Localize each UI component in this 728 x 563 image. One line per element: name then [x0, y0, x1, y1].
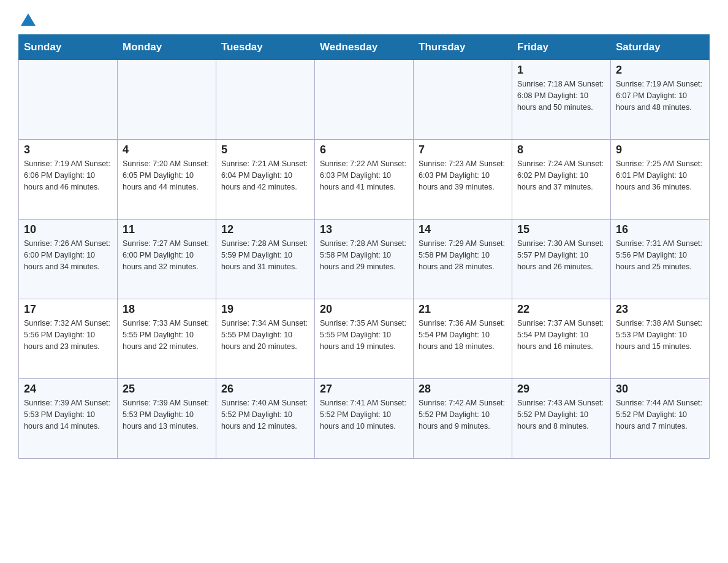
- day-info: Sunrise: 7:18 AM Sunset: 6:08 PM Dayligh…: [517, 79, 605, 113]
- day-info: Sunrise: 7:36 AM Sunset: 5:54 PM Dayligh…: [419, 318, 507, 352]
- calendar-cell: 10Sunrise: 7:26 AM Sunset: 6:00 PM Dayli…: [19, 220, 118, 299]
- day-number: 25: [123, 383, 211, 396]
- calendar-cell: 27Sunrise: 7:41 AM Sunset: 5:52 PM Dayli…: [315, 379, 414, 459]
- day-info: Sunrise: 7:35 AM Sunset: 5:55 PM Dayligh…: [320, 318, 408, 352]
- calendar-cell: 28Sunrise: 7:42 AM Sunset: 5:52 PM Dayli…: [414, 379, 512, 459]
- weekday-header-sunday: Sunday: [19, 35, 118, 60]
- calendar-cell: [216, 60, 315, 140]
- day-number: 24: [24, 383, 112, 396]
- day-number: 28: [419, 383, 507, 396]
- calendar-cell: 14Sunrise: 7:29 AM Sunset: 5:58 PM Dayli…: [414, 220, 512, 299]
- calendar-cell: 24Sunrise: 7:39 AM Sunset: 5:53 PM Dayli…: [19, 379, 118, 459]
- day-number: 15: [517, 223, 605, 236]
- day-info: Sunrise: 7:39 AM Sunset: 5:53 PM Dayligh…: [24, 397, 112, 432]
- day-number: 30: [616, 383, 704, 396]
- calendar-cell: [414, 60, 512, 140]
- day-info: Sunrise: 7:26 AM Sunset: 6:00 PM Dayligh…: [24, 238, 112, 272]
- day-number: 10: [24, 223, 112, 236]
- calendar-week-row: 3Sunrise: 7:19 AM Sunset: 6:06 PM Daylig…: [19, 140, 710, 220]
- day-number: 3: [24, 144, 112, 156]
- calendar-cell: 1Sunrise: 7:18 AM Sunset: 6:08 PM Daylig…: [512, 60, 611, 140]
- calendar-cell: 18Sunrise: 7:33 AM Sunset: 5:55 PM Dayli…: [118, 299, 216, 379]
- day-info: Sunrise: 7:19 AM Sunset: 6:07 PM Dayligh…: [616, 79, 704, 113]
- logo-triangle-icon: [20, 11, 37, 28]
- day-info: Sunrise: 7:39 AM Sunset: 5:53 PM Dayligh…: [123, 397, 211, 432]
- day-info: Sunrise: 7:42 AM Sunset: 5:52 PM Dayligh…: [419, 397, 507, 432]
- day-info: Sunrise: 7:29 AM Sunset: 5:58 PM Dayligh…: [419, 238, 507, 272]
- day-number: 17: [24, 303, 112, 316]
- day-info: Sunrise: 7:22 AM Sunset: 6:03 PM Dayligh…: [320, 158, 408, 193]
- weekday-header-friday: Friday: [512, 35, 611, 60]
- day-number: 6: [320, 144, 408, 156]
- day-info: Sunrise: 7:33 AM Sunset: 5:55 PM Dayligh…: [123, 318, 211, 352]
- day-info: Sunrise: 7:44 AM Sunset: 5:52 PM Dayligh…: [616, 397, 704, 432]
- calendar-cell: 7Sunrise: 7:23 AM Sunset: 6:03 PM Daylig…: [414, 140, 512, 220]
- weekday-header-saturday: Saturday: [611, 35, 710, 60]
- day-number: 5: [221, 144, 309, 156]
- calendar-cell: 16Sunrise: 7:31 AM Sunset: 5:56 PM Dayli…: [611, 220, 710, 299]
- day-info: Sunrise: 7:25 AM Sunset: 6:01 PM Dayligh…: [616, 158, 704, 193]
- day-info: Sunrise: 7:40 AM Sunset: 5:52 PM Dayligh…: [221, 397, 309, 432]
- calendar-cell: 3Sunrise: 7:19 AM Sunset: 6:06 PM Daylig…: [19, 140, 118, 220]
- day-number: 14: [419, 223, 507, 236]
- day-number: 13: [320, 223, 408, 236]
- calendar-cell: 22Sunrise: 7:37 AM Sunset: 5:54 PM Dayli…: [512, 299, 611, 379]
- calendar-cell: 12Sunrise: 7:28 AM Sunset: 5:59 PM Dayli…: [216, 220, 315, 299]
- logo: [18, 12, 37, 28]
- calendar-cell: [118, 60, 216, 140]
- day-info: Sunrise: 7:43 AM Sunset: 5:52 PM Dayligh…: [517, 397, 605, 432]
- calendar-cell: 29Sunrise: 7:43 AM Sunset: 5:52 PM Dayli…: [512, 379, 611, 459]
- calendar-week-row: 17Sunrise: 7:32 AM Sunset: 5:56 PM Dayli…: [19, 299, 710, 379]
- calendar-cell: 23Sunrise: 7:38 AM Sunset: 5:53 PM Dayli…: [611, 299, 710, 379]
- day-number: 2: [616, 64, 704, 77]
- calendar-cell: 21Sunrise: 7:36 AM Sunset: 5:54 PM Dayli…: [414, 299, 512, 379]
- calendar-cell: 19Sunrise: 7:34 AM Sunset: 5:55 PM Dayli…: [216, 299, 315, 379]
- day-number: 23: [616, 303, 704, 316]
- day-number: 27: [320, 383, 408, 396]
- day-number: 1: [517, 64, 605, 77]
- day-info: Sunrise: 7:20 AM Sunset: 6:05 PM Dayligh…: [123, 158, 211, 193]
- calendar-week-row: 1Sunrise: 7:18 AM Sunset: 6:08 PM Daylig…: [19, 60, 710, 140]
- calendar-cell: 2Sunrise: 7:19 AM Sunset: 6:07 PM Daylig…: [611, 60, 710, 140]
- day-info: Sunrise: 7:30 AM Sunset: 5:57 PM Dayligh…: [517, 238, 605, 272]
- day-number: 21: [419, 303, 507, 316]
- calendar-header-row: SundayMondayTuesdayWednesdayThursdayFrid…: [19, 35, 710, 60]
- logo-text: [18, 12, 37, 28]
- day-info: Sunrise: 7:24 AM Sunset: 6:02 PM Dayligh…: [517, 158, 605, 193]
- day-info: Sunrise: 7:32 AM Sunset: 5:56 PM Dayligh…: [24, 318, 112, 352]
- day-number: 8: [517, 144, 605, 156]
- calendar-cell: [315, 60, 414, 140]
- day-info: Sunrise: 7:38 AM Sunset: 5:53 PM Dayligh…: [616, 318, 704, 352]
- calendar-cell: 11Sunrise: 7:27 AM Sunset: 6:00 PM Dayli…: [118, 220, 216, 299]
- calendar-cell: [19, 60, 118, 140]
- calendar-cell: 30Sunrise: 7:44 AM Sunset: 5:52 PM Dayli…: [611, 379, 710, 459]
- day-info: Sunrise: 7:34 AM Sunset: 5:55 PM Dayligh…: [221, 318, 309, 352]
- weekday-header-wednesday: Wednesday: [315, 35, 414, 60]
- calendar-cell: 25Sunrise: 7:39 AM Sunset: 5:53 PM Dayli…: [118, 379, 216, 459]
- weekday-header-monday: Monday: [118, 35, 216, 60]
- day-number: 19: [221, 303, 309, 316]
- day-number: 22: [517, 303, 605, 316]
- weekday-header-tuesday: Tuesday: [216, 35, 315, 60]
- day-number: 18: [123, 303, 211, 316]
- day-number: 20: [320, 303, 408, 316]
- calendar-cell: 9Sunrise: 7:25 AM Sunset: 6:01 PM Daylig…: [611, 140, 710, 220]
- day-number: 12: [221, 223, 309, 236]
- day-number: 4: [123, 144, 211, 156]
- calendar-week-row: 24Sunrise: 7:39 AM Sunset: 5:53 PM Dayli…: [19, 379, 710, 459]
- day-number: 9: [616, 144, 704, 156]
- day-info: Sunrise: 7:27 AM Sunset: 6:00 PM Dayligh…: [123, 238, 211, 272]
- day-info: Sunrise: 7:31 AM Sunset: 5:56 PM Dayligh…: [616, 238, 704, 272]
- calendar-cell: 4Sunrise: 7:20 AM Sunset: 6:05 PM Daylig…: [118, 140, 216, 220]
- day-info: Sunrise: 7:19 AM Sunset: 6:06 PM Dayligh…: [24, 158, 112, 193]
- weekday-header-thursday: Thursday: [414, 35, 512, 60]
- day-info: Sunrise: 7:21 AM Sunset: 6:04 PM Dayligh…: [221, 158, 309, 193]
- calendar-cell: 20Sunrise: 7:35 AM Sunset: 5:55 PM Dayli…: [315, 299, 414, 379]
- calendar-week-row: 10Sunrise: 7:26 AM Sunset: 6:00 PM Dayli…: [19, 220, 710, 299]
- calendar-cell: 6Sunrise: 7:22 AM Sunset: 6:03 PM Daylig…: [315, 140, 414, 220]
- calendar-cell: 17Sunrise: 7:32 AM Sunset: 5:56 PM Dayli…: [19, 299, 118, 379]
- day-number: 26: [221, 383, 309, 396]
- day-number: 7: [419, 144, 507, 156]
- day-number: 11: [123, 223, 211, 236]
- calendar-cell: 26Sunrise: 7:40 AM Sunset: 5:52 PM Dayli…: [216, 379, 315, 459]
